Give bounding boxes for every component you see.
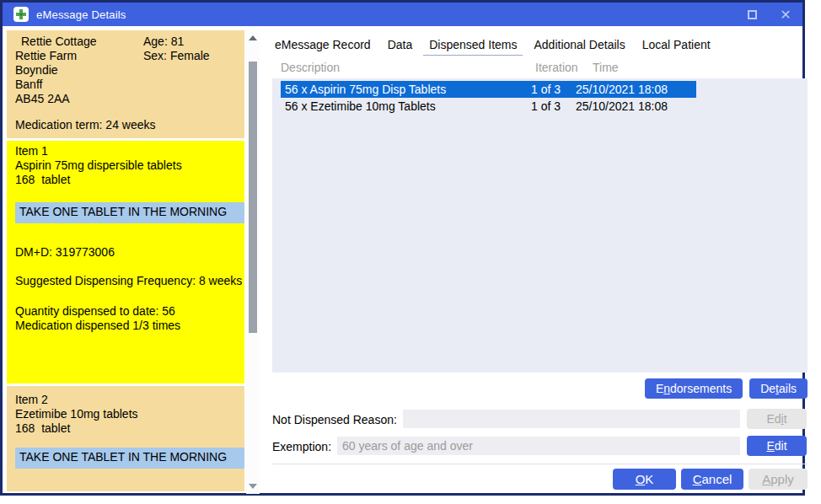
row-time: 25/10/2021 18:08 bbox=[576, 81, 668, 98]
patient-age: Age: 81 bbox=[143, 35, 210, 49]
item-2-title: Item 2 bbox=[7, 386, 244, 407]
item-1-title: Item 1 bbox=[7, 141, 244, 158]
table-row[interactable]: 56 x Aspirin 75mg Disp Tablets 1 of 3 25… bbox=[281, 81, 696, 98]
apply-button[interactable]: Apply bbox=[749, 469, 808, 490]
item-2-quantity: 168 tablet bbox=[7, 421, 244, 436]
tab-additional-details[interactable]: Additional Details bbox=[528, 35, 631, 56]
row-time: 25/10/2021 18:08 bbox=[576, 98, 668, 115]
item-1-dispensed-times: Medication dispensed 1/3 times bbox=[7, 319, 244, 333]
item-2-drug-name: Ezetimibe 10mg tablets bbox=[7, 407, 244, 421]
maximize-icon bbox=[748, 10, 757, 19]
details-button[interactable]: Details bbox=[749, 378, 808, 399]
patient-sex: Sex: Female bbox=[143, 49, 210, 63]
dispensed-items-list: 56 x Aspirin 75mg Disp Tablets 1 of 3 25… bbox=[272, 78, 808, 373]
item-1-quantity-dispensed: Quantity dispensed to date: 56 bbox=[7, 304, 244, 319]
item-1-dosage-instruction: TAKE ONE TABLET IN THE MORNING bbox=[15, 202, 244, 223]
item-1-dispensing-frequency: Suggested Dispensing Frequency: 8 weeks bbox=[7, 274, 244, 288]
patient-demographics: Age: 81 Sex: Female bbox=[143, 35, 210, 63]
row-iteration: 1 of 3 bbox=[531, 81, 561, 98]
item-2-dosage-instruction: TAKE ONE TABLET IN THE MORNING bbox=[15, 448, 244, 469]
tab-dispensed-items[interactable]: Dispensed Items bbox=[423, 35, 523, 56]
titlebar[interactable]: eMessage Details ✕ bbox=[3, 3, 802, 26]
row-description: 56 x Aspirin 75mg Disp Tablets bbox=[285, 81, 446, 98]
exemption-label: Exemption: bbox=[272, 440, 331, 453]
footer-divider bbox=[272, 464, 808, 464]
ok-button[interactable]: OK bbox=[613, 469, 676, 490]
item-1-drug-name: Aspirin 75mg dispersible tablets bbox=[7, 158, 244, 173]
edit-not-dispensed-button[interactable]: Edit bbox=[747, 409, 807, 429]
scrollbar-thumb[interactable] bbox=[249, 62, 257, 333]
detail-tabs: eMessage Record Data Dispensed Items Add… bbox=[269, 35, 722, 56]
pharmacy-cross-icon bbox=[13, 7, 29, 22]
address-line: Banff bbox=[15, 78, 244, 92]
scroll-down-icon[interactable] bbox=[249, 484, 257, 489]
table-row[interactable]: 56 x Ezetimibe 10mg Tablets 1 of 3 25/10… bbox=[281, 98, 696, 115]
address-line: Boyndie bbox=[15, 63, 244, 78]
window-controls: ✕ bbox=[735, 3, 802, 26]
cancel-button[interactable]: Cancel bbox=[681, 469, 743, 490]
address-line: AB45 2AA bbox=[15, 92, 244, 106]
window-title: eMessage Details bbox=[36, 8, 126, 21]
item-2-panel: Item 2 Ezetimibe 10mg tablets 168 tablet… bbox=[7, 386, 244, 491]
endorsements-button[interactable]: Endorsements bbox=[645, 378, 743, 399]
column-header-description: Description bbox=[281, 61, 340, 74]
patient-summary-panel: Rettie Cottage Rettie Farm Boyndie Banff… bbox=[7, 30, 244, 138]
tab-emessage-record[interactable]: eMessage Record bbox=[269, 35, 377, 56]
item-1-panel: Item 1 Aspirin 75mg dispersible tablets … bbox=[7, 141, 244, 383]
dialog-footer: OK Cancel Apply bbox=[272, 469, 808, 490]
medication-term: Medication term: 24 weeks bbox=[15, 118, 156, 132]
close-button[interactable]: ✕ bbox=[769, 3, 802, 26]
scroll-up-icon[interactable] bbox=[249, 35, 257, 40]
column-header-time: Time bbox=[593, 61, 619, 74]
row-description: 56 x Ezetimibe 10mg Tablets bbox=[285, 98, 436, 115]
list-actions: Endorsements Details bbox=[272, 378, 808, 399]
exemption-input[interactable] bbox=[337, 437, 740, 455]
item-1-quantity: 168 tablet bbox=[7, 173, 244, 187]
row-iteration: 1 of 3 bbox=[531, 98, 561, 115]
tab-data[interactable]: Data bbox=[382, 35, 419, 56]
item-1-dmd-code: DM+D: 319773006 bbox=[7, 245, 244, 260]
address-line: Rettie Farm bbox=[15, 49, 244, 63]
not-dispensed-reason-input[interactable] bbox=[403, 410, 740, 428]
column-header-iteration: Iteration bbox=[535, 61, 578, 74]
emessage-details-dialog: eMessage Details ✕ Rettie Cottage Rettie… bbox=[0, 0, 805, 496]
address-line: Rettie Cottage bbox=[15, 35, 244, 49]
tab-local-patient[interactable]: Local Patient bbox=[636, 35, 716, 56]
maximize-button[interactable] bbox=[735, 3, 769, 26]
edit-exemption-button[interactable]: Edit bbox=[747, 436, 807, 456]
close-icon: ✕ bbox=[780, 7, 791, 23]
not-dispensed-reason-label: Not Dispensed Reason: bbox=[272, 413, 397, 426]
left-panel-scrollbar[interactable] bbox=[246, 30, 260, 494]
